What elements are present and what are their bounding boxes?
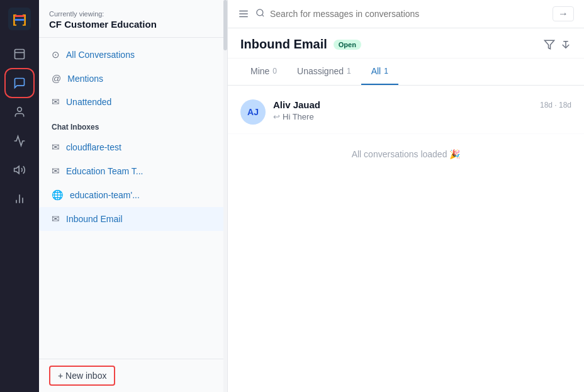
tab-all[interactable]: All 1	[361, 59, 398, 85]
sidebar-item-unattended[interactable]: ✉ Unattended	[39, 90, 227, 114]
inbox-header-actions	[544, 39, 571, 50]
tab-unassigned-count: 1	[347, 67, 351, 76]
sidebar-item-mentions[interactable]: @ Mentions	[39, 67, 227, 90]
inbound-email-icon: ✉	[52, 213, 60, 225]
sidebar-item-label: Mentions	[67, 74, 103, 84]
sidebar-item-label: Unattended	[66, 97, 111, 107]
table-row[interactable]: AJ Aliv Jauad 18d · 18d ↩ Hi There	[228, 91, 584, 134]
inbox-header: Inbound Email Open	[228, 28, 584, 59]
sidebar-footer: + New inbox	[39, 359, 227, 392]
unattended-icon: ✉	[52, 96, 60, 108]
inbox-title: Inbound Email	[240, 37, 327, 52]
sidebar-item-label: education-team'...	[70, 190, 140, 200]
search-input[interactable]	[270, 9, 546, 19]
icon-bar: [ ]	[0, 0, 39, 392]
conversation-preview: ↩ Hi There	[273, 112, 571, 121]
tab-mine[interactable]: Mine 0	[240, 59, 287, 85]
sidebar-item-education-team-global[interactable]: 🌐 education-team'...	[39, 183, 227, 207]
svg-rect-4	[14, 19, 25, 21]
conversation-list: AJ Aliv Jauad 18d · 18d ↩ Hi There All c…	[228, 86, 584, 392]
scrollbar-track	[223, 0, 227, 392]
search-icon	[256, 8, 265, 20]
tab-all-count: 1	[384, 67, 388, 76]
currently-viewing-label: Currently viewing:	[49, 10, 217, 18]
sidebar-item-all-conversations[interactable]: ⊙ All Conversations	[39, 43, 227, 67]
sidebar: Currently viewing: CF Customer Education…	[39, 0, 228, 392]
svg-marker-7	[14, 166, 20, 174]
sidebar-item-label: cloudflare-test	[66, 142, 121, 152]
svg-point-6	[18, 108, 22, 112]
nav-icon-analytics[interactable]	[7, 186, 32, 211]
all-conversations-icon: ⊙	[52, 49, 60, 60]
nav-icon-reports[interactable]	[7, 128, 32, 154]
tab-all-label: All	[371, 66, 381, 76]
svg-rect-3	[14, 15, 25, 17]
search-navigate-button[interactable]: →	[553, 6, 574, 21]
svg-line-15	[262, 14, 264, 16]
svg-point-14	[257, 9, 263, 16]
cloudflare-test-icon: ✉	[52, 142, 60, 153]
conversation-time: 18d · 18d	[540, 101, 571, 109]
reply-arrow-icon: ↩	[273, 112, 280, 121]
sidebar-item-cloudflare-test[interactable]: ✉ cloudflare-test	[39, 135, 227, 159]
education-team-global-icon: 🌐	[52, 189, 64, 201]
tab-mine-count: 0	[272, 67, 277, 76]
nav-icon-inbox[interactable]	[7, 42, 32, 67]
sidebar-content: ⊙ All Conversations @ Mentions ✉ Unatten…	[39, 38, 227, 359]
sidebar-item-education-team[interactable]: ✉ Education Team T...	[39, 159, 227, 183]
main-content: → Inbound Email Open Mine 0 Unas	[228, 0, 584, 392]
tab-unassigned-label: Unassigned	[297, 66, 344, 76]
nav-icon-campaigns[interactable]	[7, 157, 32, 182]
sort-icon[interactable]	[560, 39, 571, 50]
inbox-status-badge: Open	[334, 40, 361, 50]
avatar: AJ	[240, 99, 266, 125]
workspace-name: CF Customer Education	[49, 19, 217, 30]
conversation-body: Aliv Jauad 18d · 18d ↩ Hi There	[273, 99, 571, 121]
filter-icon[interactable]	[544, 39, 555, 50]
education-team-icon: ✉	[52, 165, 60, 177]
scrollbar-thumb[interactable]	[223, 0, 227, 50]
sidebar-item-label: Education Team T...	[66, 166, 143, 176]
sidebar-item-inbound-email[interactable]: ✉ Inbound Email	[39, 207, 227, 231]
conversation-top: Aliv Jauad 18d · 18d	[273, 99, 571, 110]
sidebar-item-label: Inbound Email	[66, 214, 123, 224]
hamburger-icon[interactable]	[238, 8, 249, 20]
tab-mine-label: Mine	[250, 66, 269, 76]
conversation-preview-text: Hi There	[283, 112, 314, 121]
sidebar-header: Currently viewing: CF Customer Education	[39, 0, 227, 38]
tabs-bar: Mine 0 Unassigned 1 All 1	[228, 59, 584, 86]
app-logo: [ ]	[6, 5, 33, 33]
conversation-name: Aliv Jauad	[273, 99, 320, 110]
nav-icon-contacts[interactable]	[7, 99, 32, 125]
mentions-icon: @	[52, 73, 61, 84]
sidebar-item-label: All Conversations	[66, 50, 135, 60]
all-loaded-message: All conversations loaded 🎉	[228, 134, 584, 174]
chat-inboxes-section-label: Chat Inboxes	[39, 114, 227, 135]
svg-marker-16	[545, 40, 554, 49]
nav-icon-conversations[interactable]	[7, 70, 32, 96]
svg-rect-5	[15, 50, 25, 59]
search-bar: →	[228, 0, 584, 28]
new-inbox-button[interactable]: + New inbox	[49, 366, 115, 386]
tab-unassigned[interactable]: Unassigned 1	[287, 59, 361, 85]
search-wrapper	[256, 8, 546, 20]
